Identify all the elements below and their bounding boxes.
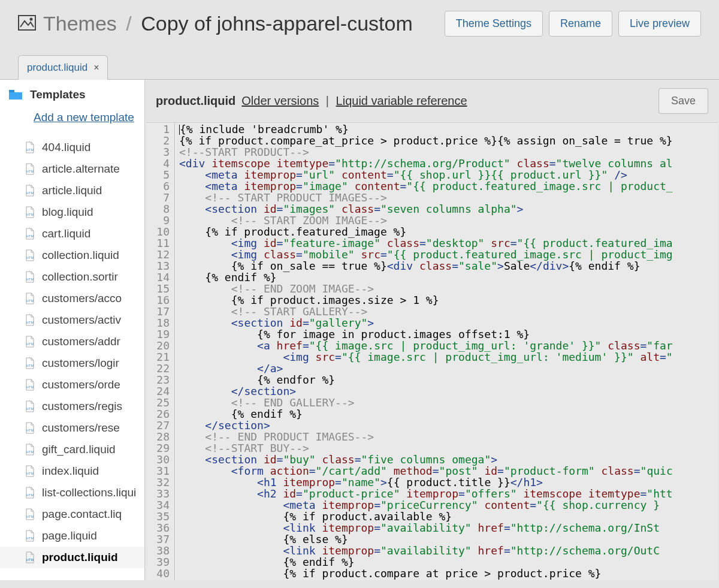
breadcrumb-slash: / [126,12,131,35]
file-item-label: blog.liquid [42,206,93,219]
html-file-icon: HTM [25,444,35,456]
svg-point-1 [30,17,33,20]
folder-icon [8,89,23,100]
svg-text:HTM: HTM [26,493,34,497]
html-file-icon: HTM [25,551,35,563]
file-item[interactable]: HTMcart.liquid [0,223,144,245]
liquid-reference-link[interactable]: Liquid variable reference [336,94,467,107]
html-file-icon: HTM [25,293,35,304]
tab-product-liquid[interactable]: product.liquid × [18,55,108,80]
file-item[interactable]: HTMindex.liquid [0,460,144,482]
svg-text:HTM: HTM [26,558,34,562]
link-divider: | [326,94,329,107]
themes-icon [18,15,36,33]
svg-text:HTM: HTM [26,148,34,152]
breadcrumb-name: Copy of johns-apparel-custom [141,12,413,35]
add-template-link[interactable]: Add a new template [0,106,144,137]
page-header: Themes / Copy of johns-apparel-custom Th… [0,0,719,55]
html-file-icon: HTM [25,530,35,542]
svg-text:HTM: HTM [26,385,34,389]
older-versions-link[interactable]: Older versions [241,94,319,107]
live-preview-button[interactable]: Live preview [618,11,701,37]
file-item[interactable]: HTMcollection.sortir [0,266,144,288]
html-file-icon: HTM [25,487,35,499]
svg-text:HTM: HTM [26,256,34,260]
html-file-icon: HTM [25,185,35,197]
file-item-label: customers/orde [42,378,120,391]
rename-button[interactable]: Rename [549,11,612,37]
file-item-label: collection.sortir [42,270,118,284]
html-file-icon: HTM [25,400,35,412]
html-file-icon: HTM [25,163,35,175]
svg-text:HTM: HTM [26,429,34,432]
file-sidebar: Templates Add a new template HTM404.liqu… [0,79,145,580]
file-item-label: 404.liquid [42,141,90,154]
html-file-icon: HTM [25,249,35,261]
file-item-label: customers/regis [42,400,122,413]
file-item[interactable]: HTMcustomers/addr [0,331,144,352]
file-item-label: article.liquid [42,184,102,197]
file-item-label: cart.liquid [42,227,90,240]
file-item-label: page.liquid [42,529,97,542]
file-item-label: customers/acco [42,292,122,305]
breadcrumb: Themes / Copy of johns-apparel-custom [43,12,413,35]
file-tabs: product.liquid × [0,55,719,79]
theme-settings-button[interactable]: Theme Settings [445,11,543,37]
svg-text:HTM: HTM [26,450,34,454]
svg-text:HTM: HTM [26,213,34,216]
file-item[interactable]: HTMcollection.liquid [0,245,144,266]
svg-text:HTM: HTM [26,342,34,346]
svg-text:HTM: HTM [26,321,34,324]
file-item-label: list-collections.liqui [42,486,136,499]
html-file-icon: HTM [25,465,35,477]
file-item-label: customers/rese [42,421,120,435]
svg-text:HTM: HTM [26,191,34,195]
file-item[interactable]: HTMproduct.liquid [0,547,144,568]
file-item[interactable]: HTMblog.liquid [0,201,144,223]
file-item-label: collection.liquid [42,249,119,262]
file-item[interactable]: HTMpage.liquid [0,525,144,547]
html-file-icon: HTM [25,141,35,153]
file-item[interactable]: HTMcustomers/acco [0,288,144,309]
svg-text:HTM: HTM [26,364,34,367]
file-item[interactable]: HTMpage.contact.liq [0,503,144,525]
html-file-icon: HTM [25,508,35,520]
code-editor[interactable]: 1234567891011121314151617181920212223242… [146,122,718,580]
file-item[interactable]: HTMcustomers/orde [0,374,144,396]
html-file-icon: HTM [25,357,35,369]
file-item-label: customers/logir [42,357,119,370]
file-item-label: customers/activ [42,313,121,327]
file-item-label: page.contact.liq [42,508,122,521]
editor-header: product.liquid Older versions | Liquid v… [145,80,719,122]
header-actions: Theme Settings Rename Live preview [445,11,701,37]
svg-text:HTM: HTM [26,170,34,173]
html-file-icon: HTM [25,336,35,348]
html-file-icon: HTM [25,314,35,326]
svg-text:HTM: HTM [26,278,34,281]
breadcrumb-prefix[interactable]: Themes [43,12,117,35]
file-item[interactable]: HTMarticle.liquid [0,180,144,201]
save-button[interactable]: Save [658,88,708,114]
file-item[interactable]: HTM404.liquid [0,137,144,158]
file-item[interactable]: HTMlist-collections.liqui [0,482,144,503]
editor-filename: product.liquid [156,94,235,108]
file-item-label: customers/addr [42,335,120,348]
file-list: HTM404.liquidHTMarticle.alternateHTMarti… [0,137,144,568]
file-item[interactable]: HTMcustomers/logir [0,352,144,374]
file-item-label: product.liquid [42,551,118,564]
html-file-icon: HTM [25,379,35,391]
file-item[interactable]: HTMcustomers/regis [0,396,144,417]
file-item[interactable]: HTMarticle.alternate [0,158,144,180]
code-content[interactable]: {% include 'breadcrumb' %}{% if product.… [175,123,718,580]
svg-rect-2 [9,90,14,92]
folder-templates[interactable]: Templates [0,83,144,106]
tab-label: product.liquid [27,62,87,74]
file-item[interactable]: HTMcustomers/activ [0,309,144,331]
close-icon[interactable]: × [93,62,99,73]
svg-text:HTM: HTM [26,234,34,238]
svg-text:HTM: HTM [26,472,34,475]
svg-text:HTM: HTM [26,536,34,540]
file-item[interactable]: HTMgift_card.liquid [0,439,144,460]
html-file-icon: HTM [25,228,35,240]
file-item[interactable]: HTMcustomers/rese [0,417,144,439]
